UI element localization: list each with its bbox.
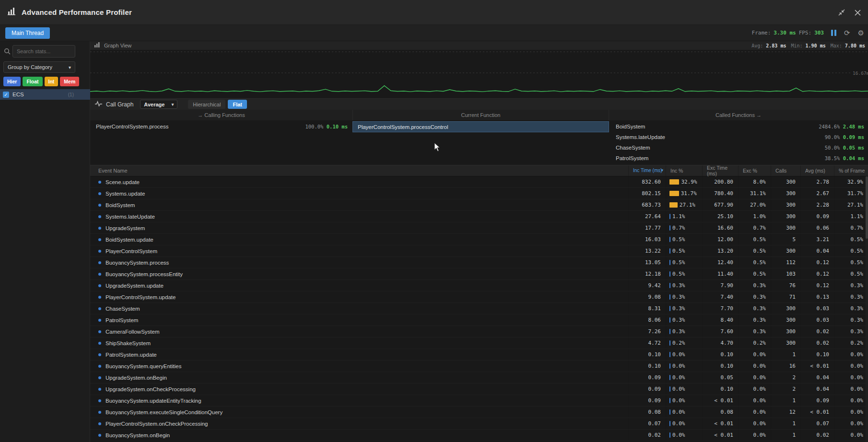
table-row[interactable]: BoidSystem.update 16.03 0.5% 12.00 0.5% … xyxy=(90,234,868,245)
table-row[interactable]: BuoyancySystem.onBegin 0.02 0.0% < 0.01 … xyxy=(90,430,868,441)
current-function-name: PlayerControlSystem.processControl xyxy=(358,124,448,130)
inc-pct-bar xyxy=(669,352,670,357)
table-row[interactable]: Systems.update 802.15 31.7% 780.40 31.1%… xyxy=(90,188,868,199)
gridline-label: 16.67ms xyxy=(853,70,868,76)
table-row[interactable]: BuoyancySystem.queryEntities 0.10 0.0% 0… xyxy=(90,361,868,372)
inc-pct-bar xyxy=(669,294,670,300)
table-row[interactable]: CameraFollowSystem 7.26 0.3% 7.60 0.3% 3… xyxy=(90,326,868,337)
calling-function-row[interactable]: PlayerControlSystem.process 100.0% 0.10 … xyxy=(90,121,352,132)
activity-icon xyxy=(95,100,102,109)
current-function-row[interactable]: PlayerControlSystem.processControl xyxy=(352,121,609,132)
called-function-name: BoidSystem xyxy=(616,124,645,129)
column-header-calls[interactable]: Calls xyxy=(771,165,800,176)
refresh-icon[interactable]: ⟳ xyxy=(844,29,850,36)
table-row[interactable]: ShipShakeSystem 4.72 0.2% 4.70 0.2% 300 … xyxy=(90,337,868,349)
gear-icon[interactable]: ⚙ xyxy=(858,29,864,36)
group-by-value: Group by Category xyxy=(8,64,52,70)
sidebar-item-ecs[interactable]: ✓ ECS (1) xyxy=(0,89,90,100)
event-dot-icon xyxy=(98,273,101,276)
aggregation-dropdown[interactable]: Average ▾ xyxy=(140,100,177,109)
event-dot-icon xyxy=(98,307,101,310)
event-dot-icon xyxy=(98,399,101,402)
hierarchical-button[interactable]: Hierarchical xyxy=(188,100,225,109)
column-header-frame-pct[interactable]: % of Frame xyxy=(834,165,868,176)
called-function-name: ChaseSystem xyxy=(616,145,650,151)
table-row[interactable]: PlayerControlSystem.onCheckProcessing 0.… xyxy=(90,418,868,430)
table-row[interactable]: UpgradeSystem.onBegin 0.09 0.0% 0.05 0.0… xyxy=(90,372,868,384)
event-dot-icon xyxy=(98,215,101,218)
frame-label: Frame: xyxy=(752,30,771,36)
inc-pct-bar xyxy=(669,179,679,185)
called-function-name: PatrolSystem xyxy=(616,155,648,161)
called-functions-header: Called Functions → xyxy=(609,110,868,120)
called-function-row[interactable]: BoidSystem 2484.6% 2.48 ms xyxy=(609,121,868,132)
table-row[interactable]: PatrolSystem.update 0.10 0.0% 0.10 0.0% … xyxy=(90,349,868,361)
table-row[interactable]: BuoyancySystem.updateEntityTracking 0.09… xyxy=(90,395,868,407)
event-dot-icon xyxy=(98,192,101,195)
group-by-dropdown[interactable]: Group by Category ▾ xyxy=(3,61,75,73)
called-function-row[interactable]: ChaseSystem 50.0% 0.05 ms xyxy=(609,142,868,153)
inc-pct-bar xyxy=(669,283,670,288)
event-dot-icon xyxy=(98,365,101,368)
event-dot-icon xyxy=(98,204,101,207)
table-row[interactable]: PatrolSystem 8.06 0.3% 8.40 0.3% 300 0.0… xyxy=(90,314,868,326)
inc-pct-bar xyxy=(669,409,670,415)
category-count: (1) xyxy=(68,92,74,97)
event-dot-icon xyxy=(98,376,101,379)
inc-pct-bar xyxy=(669,248,670,254)
flat-button[interactable]: Flat xyxy=(228,100,247,109)
table-row[interactable]: PlayerControlSystem 13.22 0.5% 13.20 0.5… xyxy=(90,245,868,257)
close-icon[interactable] xyxy=(854,9,861,16)
event-dot-icon xyxy=(98,422,101,425)
event-dot-icon xyxy=(98,434,101,437)
column-header-inc-pct[interactable]: Inc % xyxy=(666,165,702,176)
collapse-icon[interactable] xyxy=(838,9,845,16)
filter-chip-hier[interactable]: Hier xyxy=(3,77,21,86)
inc-pct-bar xyxy=(669,191,679,196)
main-thread-button[interactable]: Main Thread xyxy=(5,27,50,39)
called-function-row[interactable]: PatrolSystem 38.5% 0.04 ms xyxy=(609,153,868,163)
inc-pct-bar xyxy=(669,271,670,277)
table-row[interactable]: BuoyancySystem.processEntity 12.18 0.5% … xyxy=(90,268,868,280)
event-dot-icon xyxy=(98,342,101,345)
table-row[interactable]: PlayerControlSystem.update 9.08 0.3% 7.4… xyxy=(90,291,868,303)
column-header-exc-time[interactable]: Exc Time (ms) xyxy=(702,165,738,176)
chevron-down-icon: ▾ xyxy=(69,65,71,70)
inc-pct-bar xyxy=(669,260,670,265)
table-row[interactable]: BoidSystem 683.73 27.1% 677.90 27.0% 300… xyxy=(90,199,868,211)
inc-pct-bar xyxy=(669,375,670,380)
call-graph-title: Call Graph xyxy=(106,101,133,108)
frame-time-graph[interactable]: 16.67ms xyxy=(90,50,868,98)
event-dot-icon xyxy=(98,411,101,414)
event-dot-icon xyxy=(98,250,101,253)
column-header-inc-time[interactable]: Inc Time (ms)▾ xyxy=(628,165,666,176)
checkbox-checked-icon[interactable]: ✓ xyxy=(3,92,9,98)
inc-pct-bar xyxy=(669,237,670,242)
search-icon xyxy=(4,48,11,55)
table-row[interactable]: UpgradeSystem.onCheckProcessing 0.09 0.0… xyxy=(90,384,868,395)
table-row[interactable]: BuoyancySystem.executeSingleConditionQue… xyxy=(90,407,868,418)
inc-pct-bar xyxy=(669,329,670,334)
table-row[interactable]: UpgradeSystem 17.77 0.7% 16.60 0.7% 300 … xyxy=(90,222,868,234)
sidebar: Group by Category ▾ HierFloatIntMem ✓ EC… xyxy=(0,41,90,442)
inc-pct-bar xyxy=(669,421,670,426)
column-header-exc-pct[interactable]: Exc % xyxy=(738,165,771,176)
table-scrollbar[interactable] xyxy=(866,176,868,442)
table-row[interactable]: Scene.update 832.60 32.9% 200.80 8.0% 30… xyxy=(90,176,868,188)
column-header-avg[interactable]: Avg (ms) xyxy=(800,165,834,176)
table-row[interactable]: UpgradeSystem.update 9.42 0.3% 7.90 0.3%… xyxy=(90,280,868,291)
frame-stats: Frame: 3.30 ms FPS: 303 xyxy=(752,30,824,36)
filter-chip-float[interactable]: Float xyxy=(23,77,42,86)
inc-pct-bar xyxy=(669,202,678,208)
table-row[interactable]: BuoyancySystem.process 13.05 0.5% 12.40 … xyxy=(90,257,868,268)
table-row[interactable]: Systems.lateUpdate 27.64 1.1% 25.10 1.0%… xyxy=(90,211,868,222)
table-row[interactable]: ChaseSystem 8.31 0.3% 7.70 0.3% 300 0.03… xyxy=(90,303,868,314)
called-function-row[interactable]: Systems.lateUpdate 90.0% 0.09 ms xyxy=(609,132,868,142)
column-header-event-name[interactable]: Event Name xyxy=(90,165,628,176)
filter-chip-int[interactable]: Int xyxy=(45,77,59,86)
search-input[interactable] xyxy=(12,45,75,58)
call-graph-toolbar: Call Graph Average ▾ Hierarchical Flat xyxy=(90,98,868,110)
pause-icon[interactable] xyxy=(831,30,836,36)
inc-pct-bar xyxy=(669,306,670,311)
filter-chip-mem[interactable]: Mem xyxy=(60,77,79,86)
